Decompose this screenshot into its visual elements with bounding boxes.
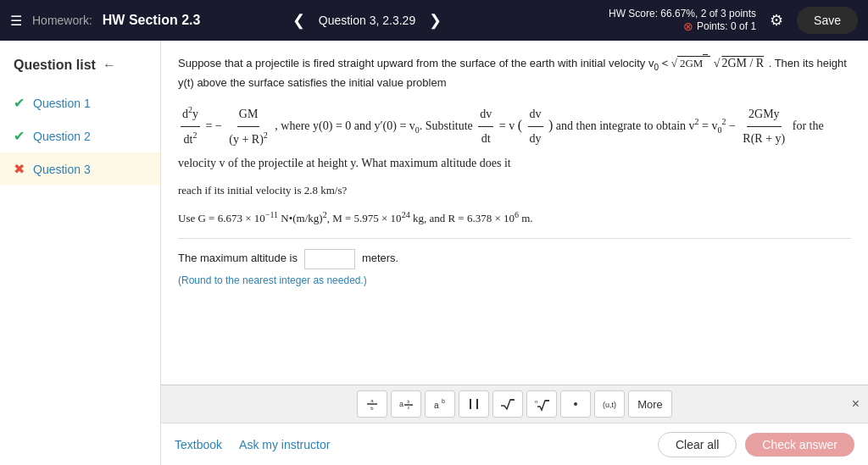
sidebar-item-q3[interactable]: ✖ Question 3 [0,152,160,185]
menu-icon[interactable]: ☰ [10,13,22,29]
ask-instructor-link[interactable]: Ask my instructor [239,438,330,451]
formula-ode: d2y dt2 = − GM (y + R)2 , where y(0) = 0… [178,102,851,174]
q2-label: Question 2 [33,130,91,143]
svg-text:n: n [535,399,537,404]
settings-button[interactable]: ⚙ [770,11,783,30]
sidebar-item-q1[interactable]: ✔ Question 1 [0,86,160,119]
svg-text:a: a [399,400,403,408]
sidebar-title-row: Question list ← [0,51,160,86]
svg-text:a: a [371,398,375,403]
save-button[interactable]: Save [797,7,858,34]
math-btn-tuple[interactable]: (u,t) [594,390,625,418]
question-content: Suppose that a projectile is fired strai… [161,41,868,385]
question-intro: Suppose that a projectile is fired strai… [178,54,851,91]
q1-label: Question 1 [33,97,91,110]
hw-score-label: HW Score: 66.67%, 2 of 3 points [609,8,756,19]
q1-status-icon: ✔ [14,95,25,111]
clear-all-button[interactable]: Clear all [658,432,737,457]
svg-text:b: b [408,399,410,404]
q3-status-icon: ✖ [14,161,25,177]
svg-text:(u,t): (u,t) [603,401,616,409]
hw-title: HW Section 2.3 [103,13,201,28]
textbook-link[interactable]: Textbook [175,438,222,451]
bottom-bar: Textbook Ask my instructor Clear all Che… [161,423,868,465]
sidebar-back-icon[interactable]: ← [103,58,116,73]
answer-unit: meters. [362,250,398,268]
svg-text:b: b [371,406,375,411]
svg-text:c: c [408,405,410,410]
next-question-button[interactable]: ❯ [422,8,448,33]
hw-points-label: ⊗ Points: 0 of 1 [683,19,756,33]
sidebar-title-text: Question list [14,58,96,73]
answer-prompt: The maximum altitude is [178,250,298,268]
svg-text:a: a [434,401,439,410]
answer-input[interactable] [304,249,355,269]
main-layout: Question list ← ✔ Question 1 ✔ Question … [0,41,868,465]
question-label: Question 3, 2.3.29 [319,14,415,27]
prev-question-button[interactable]: ❮ [286,8,312,33]
formula-divider [178,238,851,239]
math-btn-sqrt[interactable] [492,390,523,418]
formula-reach: reach if its initial velocity is 2.8 km/… [178,182,851,200]
svg-point-14 [574,402,577,406]
math-btn-superscript[interactable]: ab [425,390,455,418]
answer-row: The maximum altitude is meters. [178,249,851,269]
q2-status-icon: ✔ [14,128,25,144]
round-note: (Round to the nearest integer as needed.… [178,273,851,289]
constants-line: Use G = 6.673 × 10−11 N•(m/kg)2, M = 5.9… [178,208,851,228]
sidebar-item-q2[interactable]: ✔ Question 2 [0,119,160,152]
bottom-actions: Clear all Check answer [658,432,854,457]
math-btn-fraction[interactable]: ab [357,390,387,418]
math-btn-abs[interactable] [459,390,489,418]
hw-score-block: HW Score: 66.67%, 2 of 3 points ⊗ Points… [609,8,756,33]
math-btn-dot[interactable] [560,390,591,418]
question-nav: ❮ Question 3, 2.3.29 ❯ [286,8,448,33]
math-toolbar-close-button[interactable]: × [852,396,860,412]
math-toolbar-more-button[interactable]: More [628,390,672,418]
q3-label: Question 3 [33,163,91,176]
app-header: ☰ Homework: HW Section 2.3 ❮ Question 3,… [0,0,868,41]
check-answer-button[interactable]: Check answer [745,433,854,457]
header-right: HW Score: 66.67%, 2 of 3 points ⊗ Points… [609,7,858,34]
svg-text:b: b [442,398,445,404]
sidebar: Question list ← ✔ Question 1 ✔ Question … [0,41,161,465]
bottom-links: Textbook Ask my instructor [175,438,330,451]
points-error-icon: ⊗ [683,19,693,33]
math-btn-nthroot[interactable]: n [526,390,557,418]
math-btn-mixed[interactable]: abc [391,390,421,418]
content-area: Suppose that a projectile is fired strai… [161,41,868,465]
homework-label: Homework: [32,14,92,27]
math-toolbar: ab abc ab n (u,t) More × [161,385,868,423]
